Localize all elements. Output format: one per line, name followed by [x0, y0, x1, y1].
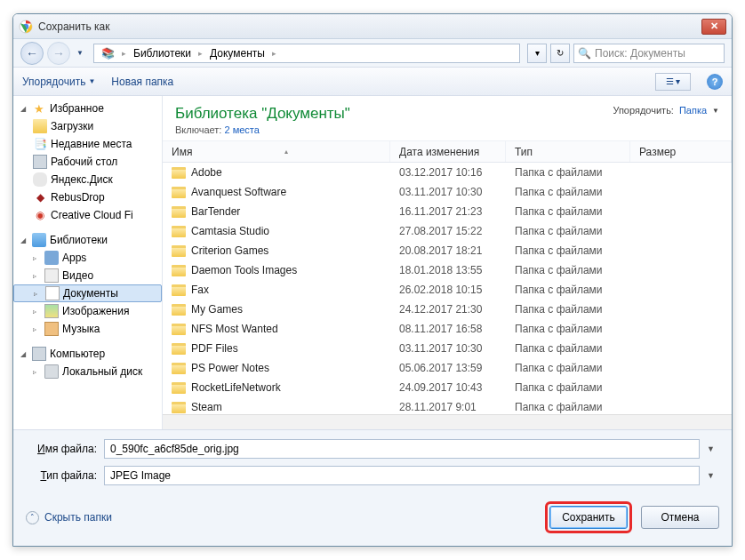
- table-row[interactable]: Steam28.11.2017 9:01Папка с файлами: [163, 397, 732, 414]
- drive-icon: [44, 364, 59, 379]
- folder-icon: [172, 167, 186, 179]
- images-icon: [44, 304, 59, 318]
- new-folder-button[interactable]: Новая папка: [111, 76, 173, 88]
- column-name[interactable]: Имя▴: [163, 141, 390, 162]
- search-placeholder: Поиск: Документы: [595, 47, 685, 60]
- help-button[interactable]: ?: [707, 74, 723, 90]
- sidebar-computer[interactable]: ◢Компьютер: [13, 345, 162, 363]
- file-list[interactable]: Adobe03.12.2017 10:16Папка с файламиAvan…: [163, 163, 732, 414]
- close-button[interactable]: ✕: [701, 19, 726, 35]
- organize-button[interactable]: Упорядочить▼: [22, 76, 95, 88]
- table-row[interactable]: My Games24.12.2017 21:30Папка с файлами: [163, 300, 732, 319]
- navbar: ← → ▼ 📚 ▸ Библиотеки ▸ Документы ▸ ▾ ↻ 🔍…: [13, 39, 732, 68]
- history-dropdown[interactable]: ▼: [74, 42, 86, 65]
- footer-actions: ˄ Скрыть папки Сохранить Отмена: [13, 494, 732, 546]
- app-icon: ◆: [33, 190, 47, 204]
- breadcrumb-item[interactable]: Библиотеки: [130, 47, 195, 60]
- titlebar: Сохранить как ✕: [13, 14, 732, 39]
- table-row[interactable]: Criterion Games20.08.2017 18:21Папка с ф…: [163, 241, 732, 260]
- library-subtitle: Включает: 2 места: [175, 124, 350, 135]
- computer-icon: [32, 347, 46, 361]
- sidebar-item-localdisk[interactable]: ▹Локальный диск: [13, 363, 162, 380]
- chevron-right-icon: ▸: [118, 49, 130, 58]
- folder-icon: [172, 284, 186, 296]
- table-row[interactable]: BarTender16.11.2017 21:23Папка с файлами: [163, 202, 732, 221]
- sidebar-item-music[interactable]: ▹Музыка: [13, 320, 162, 338]
- filetype-label: Тип файла:: [26, 469, 97, 482]
- column-type[interactable]: Тип: [506, 141, 630, 162]
- save-as-dialog: Сохранить как ✕ ← → ▼ 📚 ▸ Библиотеки ▸ Д…: [12, 13, 733, 547]
- chevron-right-icon: ▸: [268, 49, 280, 58]
- folder-icon: [33, 119, 47, 133]
- toolbar: Упорядочить▼ Новая папка ☰ ▾ ?: [13, 68, 732, 96]
- sidebar-item-downloads[interactable]: Загрузки: [13, 117, 162, 135]
- desktop-icon: [33, 155, 47, 169]
- chevron-up-icon: ˄: [26, 511, 39, 524]
- sidebar-item-rebusdrop[interactable]: ◆RebusDrop: [13, 188, 162, 206]
- recent-icon: 📑: [33, 137, 47, 151]
- table-row[interactable]: PS Power Notes05.06.2017 13:59Папка с фа…: [163, 358, 732, 378]
- footer: Имя файла: ▼ Тип файла: ▼: [13, 429, 732, 494]
- sidebar-libraries[interactable]: ◢Библиотеки: [13, 231, 162, 249]
- sort-control[interactable]: Упорядочить: Папка ▼: [613, 105, 719, 116]
- chrome-icon: [19, 20, 33, 34]
- breadcrumb-item[interactable]: Документы: [206, 47, 268, 60]
- cc-icon: ◉: [33, 208, 47, 222]
- includes-link[interactable]: 2 места: [224, 124, 259, 135]
- folder-icon: [172, 324, 186, 335]
- forward-button[interactable]: →: [47, 42, 70, 65]
- main-area: Библиотека "Документы" Включает: 2 места…: [163, 96, 732, 429]
- view-mode-button[interactable]: ☰ ▾: [655, 73, 691, 91]
- breadcrumb[interactable]: 📚 ▸ Библиотеки ▸ Документы ▸: [93, 44, 520, 63]
- sidebar-favorites[interactable]: ◢★Избранное: [13, 100, 162, 117]
- search-input[interactable]: 🔍 Поиск: Документы: [573, 44, 725, 63]
- library-icon: [32, 233, 46, 247]
- chevron-down-icon: ▼: [88, 77, 95, 85]
- table-row[interactable]: PDF Files03.11.2017 10:30Папка с файлами: [163, 339, 732, 358]
- breadcrumb-root-icon: 📚: [98, 47, 118, 60]
- column-size[interactable]: Размер: [630, 141, 732, 162]
- sidebar-item-yandex[interactable]: Яндекс.Диск: [13, 171, 162, 188]
- sidebar-item-apps[interactable]: ▹Apps: [13, 249, 162, 267]
- sidebar-item-video[interactable]: ▹Видео: [13, 267, 162, 284]
- folder-icon: [172, 343, 186, 355]
- folder-icon: [172, 187, 186, 198]
- sidebar-item-documents[interactable]: ▹Документы: [13, 284, 162, 302]
- folder-icon: [172, 226, 186, 237]
- refresh-button[interactable]: ↻: [550, 44, 570, 63]
- back-button[interactable]: ←: [20, 42, 44, 65]
- sidebar-item-cc[interactable]: ◉Creative Cloud Fi: [13, 206, 162, 224]
- cancel-button[interactable]: Отмена: [641, 506, 719, 529]
- save-highlight: Сохранить: [545, 501, 632, 533]
- table-row[interactable]: Fax26.02.2018 10:15Папка с файлами: [163, 280, 732, 300]
- apps-icon: [44, 251, 59, 265]
- sidebar-item-images[interactable]: ▹Изображения: [13, 302, 162, 320]
- table-row[interactable]: Avanquest Software03.11.2017 10:30Папка …: [163, 182, 732, 202]
- hide-folders-button[interactable]: ˄ Скрыть папки: [26, 511, 112, 524]
- library-header: Библиотека "Документы" Включает: 2 места…: [163, 96, 732, 141]
- folder-icon: [172, 304, 186, 316]
- filetype-select[interactable]: [104, 466, 700, 485]
- table-row[interactable]: Adobe03.12.2017 10:16Папка с файлами: [163, 163, 732, 182]
- table-row[interactable]: Daemon Tools Images18.01.2018 13:55Папка…: [163, 260, 732, 280]
- table-row[interactable]: RocketLifeNetwork24.09.2017 10:43Папка с…: [163, 378, 732, 397]
- filename-label: Имя файла:: [26, 443, 97, 455]
- column-date[interactable]: Дата изменения: [390, 141, 506, 162]
- table-row[interactable]: NFS Most Wanted08.11.2017 16:58Папка с ф…: [163, 319, 732, 339]
- filename-input[interactable]: [104, 439, 700, 459]
- filetype-dropdown[interactable]: ▼: [707, 471, 719, 480]
- sort-indicator-icon: ▴: [284, 148, 288, 156]
- window-title: Сохранить как: [38, 20, 701, 33]
- horizontal-scrollbar[interactable]: [163, 414, 732, 429]
- video-icon: [44, 268, 59, 283]
- sidebar-item-desktop[interactable]: Рабочий стол: [13, 153, 162, 171]
- save-button[interactable]: Сохранить: [549, 506, 628, 529]
- search-icon: 🔍: [578, 47, 591, 60]
- sidebar-item-recent[interactable]: 📑Недавние места: [13, 135, 162, 153]
- table-row[interactable]: Camtasia Studio27.08.2017 15:22Папка с ф…: [163, 221, 732, 241]
- folder-icon: [172, 265, 186, 276]
- library-title: Библиотека "Документы": [175, 105, 350, 123]
- folder-icon: [172, 382, 186, 394]
- breadcrumb-dropdown[interactable]: ▾: [527, 44, 547, 63]
- filename-dropdown[interactable]: ▼: [707, 444, 719, 453]
